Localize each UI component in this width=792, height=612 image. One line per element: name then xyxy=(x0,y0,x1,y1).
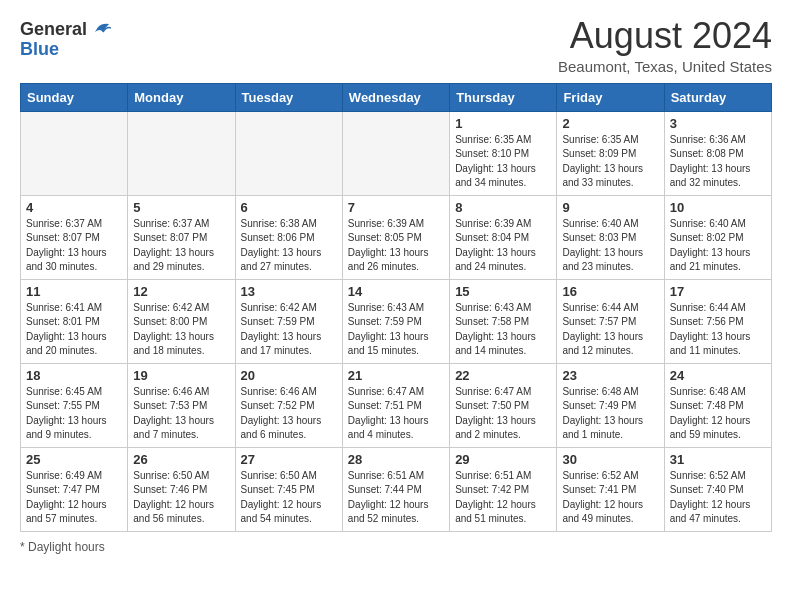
calendar-cell: 28Sunrise: 6:51 AMSunset: 7:44 PMDayligh… xyxy=(342,447,449,531)
day-info: Sunrise: 6:35 AMSunset: 8:09 PMDaylight:… xyxy=(562,133,658,191)
calendar-cell: 23Sunrise: 6:48 AMSunset: 7:49 PMDayligh… xyxy=(557,363,664,447)
calendar-cell: 11Sunrise: 6:41 AMSunset: 8:01 PMDayligh… xyxy=(21,279,128,363)
day-info: Sunrise: 6:49 AMSunset: 7:47 PMDaylight:… xyxy=(26,469,122,527)
day-info: Sunrise: 6:44 AMSunset: 7:57 PMDaylight:… xyxy=(562,301,658,359)
day-info: Sunrise: 6:51 AMSunset: 7:44 PMDaylight:… xyxy=(348,469,444,527)
calendar-cell: 31Sunrise: 6:52 AMSunset: 7:40 PMDayligh… xyxy=(664,447,771,531)
calendar-cell: 22Sunrise: 6:47 AMSunset: 7:50 PMDayligh… xyxy=(450,363,557,447)
day-info: Sunrise: 6:35 AMSunset: 8:10 PMDaylight:… xyxy=(455,133,551,191)
day-info: Sunrise: 6:47 AMSunset: 7:50 PMDaylight:… xyxy=(455,385,551,443)
day-info: Sunrise: 6:40 AMSunset: 8:02 PMDaylight:… xyxy=(670,217,766,275)
day-info: Sunrise: 6:47 AMSunset: 7:51 PMDaylight:… xyxy=(348,385,444,443)
day-info: Sunrise: 6:39 AMSunset: 8:04 PMDaylight:… xyxy=(455,217,551,275)
calendar-cell: 30Sunrise: 6:52 AMSunset: 7:41 PMDayligh… xyxy=(557,447,664,531)
day-info: Sunrise: 6:48 AMSunset: 7:48 PMDaylight:… xyxy=(670,385,766,443)
day-number: 19 xyxy=(133,368,229,383)
day-number: 28 xyxy=(348,452,444,467)
day-number: 23 xyxy=(562,368,658,383)
calendar-cell: 24Sunrise: 6:48 AMSunset: 7:48 PMDayligh… xyxy=(664,363,771,447)
calendar-cell: 15Sunrise: 6:43 AMSunset: 7:58 PMDayligh… xyxy=(450,279,557,363)
day-info: Sunrise: 6:44 AMSunset: 7:56 PMDaylight:… xyxy=(670,301,766,359)
calendar-cell: 14Sunrise: 6:43 AMSunset: 7:59 PMDayligh… xyxy=(342,279,449,363)
calendar-cell: 8Sunrise: 6:39 AMSunset: 8:04 PMDaylight… xyxy=(450,195,557,279)
calendar-cell: 1Sunrise: 6:35 AMSunset: 8:10 PMDaylight… xyxy=(450,111,557,195)
logo-blue: Blue xyxy=(20,39,59,59)
logo-bird-icon xyxy=(89,18,111,40)
day-number: 8 xyxy=(455,200,551,215)
day-of-week-header: Friday xyxy=(557,83,664,111)
footer-note: * Daylight hours xyxy=(20,540,772,554)
day-number: 22 xyxy=(455,368,551,383)
calendar-cell xyxy=(342,111,449,195)
day-number: 7 xyxy=(348,200,444,215)
day-number: 12 xyxy=(133,284,229,299)
day-of-week-header: Wednesday xyxy=(342,83,449,111)
day-info: Sunrise: 6:42 AMSunset: 8:00 PMDaylight:… xyxy=(133,301,229,359)
day-number: 24 xyxy=(670,368,766,383)
title-block: August 2024 Beaumont, Texas, United Stat… xyxy=(558,16,772,75)
calendar-cell: 10Sunrise: 6:40 AMSunset: 8:02 PMDayligh… xyxy=(664,195,771,279)
day-number: 11 xyxy=(26,284,122,299)
calendar-cell: 3Sunrise: 6:36 AMSunset: 8:08 PMDaylight… xyxy=(664,111,771,195)
day-number: 17 xyxy=(670,284,766,299)
calendar-cell: 19Sunrise: 6:46 AMSunset: 7:53 PMDayligh… xyxy=(128,363,235,447)
day-info: Sunrise: 6:42 AMSunset: 7:59 PMDaylight:… xyxy=(241,301,337,359)
calendar-cell: 18Sunrise: 6:45 AMSunset: 7:55 PMDayligh… xyxy=(21,363,128,447)
day-info: Sunrise: 6:41 AMSunset: 8:01 PMDaylight:… xyxy=(26,301,122,359)
calendar-cell: 9Sunrise: 6:40 AMSunset: 8:03 PMDaylight… xyxy=(557,195,664,279)
calendar-table: SundayMondayTuesdayWednesdayThursdayFrid… xyxy=(20,83,772,532)
day-info: Sunrise: 6:46 AMSunset: 7:52 PMDaylight:… xyxy=(241,385,337,443)
day-info: Sunrise: 6:40 AMSunset: 8:03 PMDaylight:… xyxy=(562,217,658,275)
day-number: 3 xyxy=(670,116,766,131)
day-info: Sunrise: 6:45 AMSunset: 7:55 PMDaylight:… xyxy=(26,385,122,443)
day-number: 9 xyxy=(562,200,658,215)
calendar-cell: 12Sunrise: 6:42 AMSunset: 8:00 PMDayligh… xyxy=(128,279,235,363)
day-number: 1 xyxy=(455,116,551,131)
day-number: 10 xyxy=(670,200,766,215)
calendar-cell xyxy=(235,111,342,195)
calendar-cell: 26Sunrise: 6:50 AMSunset: 7:46 PMDayligh… xyxy=(128,447,235,531)
day-number: 20 xyxy=(241,368,337,383)
day-number: 21 xyxy=(348,368,444,383)
day-of-week-header: Saturday xyxy=(664,83,771,111)
day-number: 5 xyxy=(133,200,229,215)
day-number: 16 xyxy=(562,284,658,299)
day-number: 15 xyxy=(455,284,551,299)
day-info: Sunrise: 6:43 AMSunset: 7:58 PMDaylight:… xyxy=(455,301,551,359)
day-of-week-header: Tuesday xyxy=(235,83,342,111)
day-info: Sunrise: 6:39 AMSunset: 8:05 PMDaylight:… xyxy=(348,217,444,275)
day-info: Sunrise: 6:37 AMSunset: 8:07 PMDaylight:… xyxy=(26,217,122,275)
day-number: 13 xyxy=(241,284,337,299)
day-info: Sunrise: 6:52 AMSunset: 7:41 PMDaylight:… xyxy=(562,469,658,527)
footer-daylight-label: Daylight hours xyxy=(28,540,105,554)
day-info: Sunrise: 6:37 AMSunset: 8:07 PMDaylight:… xyxy=(133,217,229,275)
calendar-cell: 16Sunrise: 6:44 AMSunset: 7:57 PMDayligh… xyxy=(557,279,664,363)
calendar-cell: 5Sunrise: 6:37 AMSunset: 8:07 PMDaylight… xyxy=(128,195,235,279)
calendar-cell: 6Sunrise: 6:38 AMSunset: 8:06 PMDaylight… xyxy=(235,195,342,279)
day-of-week-header: Thursday xyxy=(450,83,557,111)
day-info: Sunrise: 6:50 AMSunset: 7:45 PMDaylight:… xyxy=(241,469,337,527)
day-info: Sunrise: 6:48 AMSunset: 7:49 PMDaylight:… xyxy=(562,385,658,443)
page-title: August 2024 xyxy=(558,16,772,56)
day-info: Sunrise: 6:38 AMSunset: 8:06 PMDaylight:… xyxy=(241,217,337,275)
calendar-cell: 25Sunrise: 6:49 AMSunset: 7:47 PMDayligh… xyxy=(21,447,128,531)
calendar-cell: 7Sunrise: 6:39 AMSunset: 8:05 PMDaylight… xyxy=(342,195,449,279)
day-number: 6 xyxy=(241,200,337,215)
logo-general: General xyxy=(20,20,87,40)
day-of-week-header: Sunday xyxy=(21,83,128,111)
calendar-cell xyxy=(128,111,235,195)
day-number: 2 xyxy=(562,116,658,131)
day-info: Sunrise: 6:36 AMSunset: 8:08 PMDaylight:… xyxy=(670,133,766,191)
day-info: Sunrise: 6:51 AMSunset: 7:42 PMDaylight:… xyxy=(455,469,551,527)
calendar-cell: 29Sunrise: 6:51 AMSunset: 7:42 PMDayligh… xyxy=(450,447,557,531)
page-header: General Blue August 2024 Beaumont, Texas… xyxy=(20,16,772,75)
logo: General Blue xyxy=(20,20,111,60)
day-number: 4 xyxy=(26,200,122,215)
day-number: 14 xyxy=(348,284,444,299)
day-info: Sunrise: 6:50 AMSunset: 7:46 PMDaylight:… xyxy=(133,469,229,527)
day-number: 27 xyxy=(241,452,337,467)
day-info: Sunrise: 6:43 AMSunset: 7:59 PMDaylight:… xyxy=(348,301,444,359)
day-info: Sunrise: 6:46 AMSunset: 7:53 PMDaylight:… xyxy=(133,385,229,443)
calendar-cell: 2Sunrise: 6:35 AMSunset: 8:09 PMDaylight… xyxy=(557,111,664,195)
calendar-cell: 21Sunrise: 6:47 AMSunset: 7:51 PMDayligh… xyxy=(342,363,449,447)
